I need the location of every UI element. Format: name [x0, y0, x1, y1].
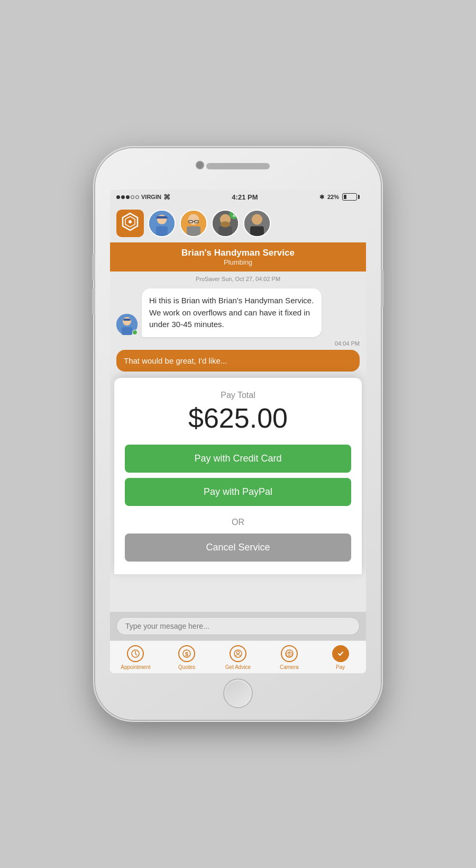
- svg-point-31: [236, 652, 239, 654]
- svg-point-2: [129, 220, 132, 223]
- status-bar: VIRGIN ⌘ 4:21 PM ✱ 22%: [110, 189, 366, 204]
- signal-dot-3: [126, 195, 130, 199]
- quotes-label: Quotes: [178, 664, 195, 670]
- camera-icon: [281, 645, 298, 662]
- online-indicator: [132, 330, 138, 335]
- business-category: Plumbing: [115, 258, 361, 266]
- message-time: 04:04 PM: [110, 339, 366, 348]
- cancel-service-button[interactable]: Cancel Service: [125, 534, 351, 562]
- svg-point-17: [221, 221, 230, 227]
- svg-line-27: [135, 654, 137, 655]
- nav-item-quotes[interactable]: $ Quotes: [161, 641, 213, 673]
- svg-text:$: $: [185, 651, 188, 657]
- bottom-nav: Appointment $ Quotes: [110, 640, 366, 673]
- phone-camera: [196, 161, 204, 169]
- svg-rect-10: [187, 227, 200, 236]
- battery-indicator: [342, 193, 360, 201]
- message-input[interactable]: [116, 617, 360, 635]
- business-name: Brian's Handyman Service: [115, 248, 361, 258]
- signal-dot-2: [121, 195, 125, 199]
- camera-label: Camera: [280, 664, 299, 670]
- battery-body: [342, 193, 357, 201]
- svg-point-4: [157, 214, 167, 224]
- status-right: ✱ 22%: [319, 193, 360, 201]
- app-logo[interactable]: [116, 210, 144, 237]
- avatar-1[interactable]: [148, 210, 176, 237]
- avatar-img-2: [181, 211, 206, 236]
- battery-tip: [358, 195, 360, 199]
- message-meta: ProSaver Sun, Oct 27, 04:02 PM: [110, 272, 366, 286]
- power-button: [381, 270, 384, 307]
- signal-dot-1: [116, 195, 120, 199]
- pay-label: Pay: [336, 664, 345, 670]
- get-advice-icon: [230, 645, 246, 662]
- battery-fill: [344, 195, 346, 199]
- signal-bars: [116, 195, 139, 199]
- signal-dot-5: [135, 195, 139, 199]
- svg-point-22: [123, 317, 131, 326]
- status-time: 4:21 PM: [232, 193, 258, 201]
- nav-item-appointment[interactable]: Appointment: [110, 641, 161, 673]
- nav-item-pay[interactable]: Pay: [315, 641, 366, 673]
- bluetooth-icon: ✱: [319, 194, 324, 201]
- avatar-img-4: [244, 211, 270, 236]
- svg-rect-7: [156, 217, 168, 219]
- phone-frame: VIRGIN ⌘ 4:21 PM ✱ 22%: [95, 148, 381, 720]
- svg-rect-5: [156, 227, 168, 236]
- svg-point-19: [252, 214, 262, 224]
- svg-rect-23: [122, 327, 132, 335]
- volume-down-button: [92, 288, 95, 315]
- get-advice-label: Get Advice: [225, 664, 251, 670]
- wifi-icon: ⌘: [163, 193, 170, 201]
- carrier-label: VIRGIN: [141, 194, 161, 200]
- message-container: Hi this is Brian with Brian's Handyman S…: [110, 286, 366, 339]
- svg-rect-20: [250, 227, 264, 236]
- message-bubble: Hi this is Brian with Brian's Handyman S…: [142, 288, 322, 337]
- avatar-3[interactable]: 2: [212, 210, 239, 237]
- quotes-icon: $: [178, 645, 195, 662]
- pay-icon: [332, 645, 349, 662]
- pay-paypal-button[interactable]: Pay with PayPal: [125, 478, 351, 506]
- truncated-message: That would be great, I'd like...: [116, 350, 360, 372]
- appointment-icon: [127, 645, 144, 662]
- avatar-img-1: [149, 211, 175, 236]
- phone-screen: VIRGIN ⌘ 4:21 PM ✱ 22%: [110, 189, 366, 673]
- chat-area: ProSaver Sun, Oct 27, 04:02 PM Hi this i…: [110, 272, 366, 612]
- battery-percent: 22%: [327, 194, 339, 200]
- pay-amount: $625.00: [125, 402, 351, 434]
- or-divider: OR: [125, 511, 351, 534]
- svg-rect-16: [218, 227, 232, 236]
- nav-item-camera[interactable]: Camera: [263, 641, 315, 673]
- payment-modal: Pay Total $625.00 Pay with Credit Card P…: [114, 378, 362, 574]
- logo-hex-icon: [121, 212, 140, 235]
- home-button[interactable]: [223, 679, 253, 708]
- status-left: VIRGIN ⌘: [116, 193, 170, 201]
- avatar-4[interactable]: [243, 210, 271, 237]
- appointment-label: Appointment: [121, 664, 150, 670]
- pay-total-label: Pay Total: [125, 391, 351, 400]
- avatar-2[interactable]: [180, 210, 207, 237]
- sender-avatar: [116, 314, 138, 335]
- notification-badge: 2: [230, 210, 239, 219]
- header-banner: Brian's Handyman Service Plumbing: [110, 242, 366, 272]
- svg-point-34: [288, 654, 290, 656]
- signal-dot-4: [131, 195, 134, 199]
- message-input-bar: [110, 612, 366, 640]
- pay-credit-card-button[interactable]: Pay with Credit Card: [125, 445, 351, 473]
- nav-item-get-advice[interactable]: Get Advice: [213, 641, 264, 673]
- volume-up-button: [92, 254, 95, 281]
- svg-rect-24: [123, 319, 131, 321]
- phone-speaker: [206, 163, 270, 169]
- profiles-row: 2: [110, 204, 366, 242]
